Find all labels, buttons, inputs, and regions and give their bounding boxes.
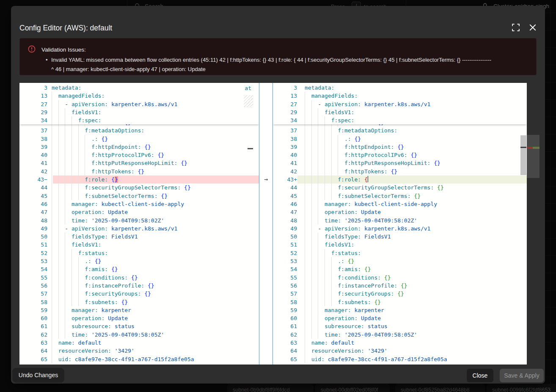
code-line[interactable]: 65uid: c8afe97e-38cc-4f91-a767-d15f2a8fe… xyxy=(273,355,527,363)
save-apply-button[interactable]: Save & Apply xyxy=(500,369,544,382)
code-line[interactable]: 49- apiVersion: karpenter.k8s.aws/v1 xyxy=(273,225,527,233)
indent-guides xyxy=(52,92,58,100)
code-line[interactable]: 45f:subnetSelectorTerms: {} xyxy=(19,192,259,200)
code-line[interactable]: 27- apiVersion: karpenter.k8s.aws/v1 xyxy=(273,100,527,108)
indent-guides xyxy=(305,167,344,175)
code-line[interactable]: 57f:securityGroups: {} xyxy=(273,290,527,298)
code-line[interactable]: 63name: default xyxy=(273,339,527,347)
code-line[interactable]: 53.: {} xyxy=(19,257,259,265)
line-number: 61 xyxy=(19,322,47,330)
code-line[interactable]: 34f:spec: xyxy=(273,116,527,124)
code-line[interactable]: 34f:spec: xyxy=(19,116,259,124)
close-icon[interactable] xyxy=(529,24,537,32)
code-line[interactable]: 47operation: Update xyxy=(19,208,259,216)
code-line[interactable]: 44f:securityGroupSelectorTerms: {} xyxy=(273,184,527,192)
line-number: 39 xyxy=(19,143,47,151)
line-number: 64 xyxy=(273,347,297,355)
close-button[interactable]: Close xyxy=(467,369,493,382)
code-line[interactable]: 46manager: kubectl-client-side-apply xyxy=(273,200,527,208)
code-line[interactable]: 66spec: xyxy=(19,363,259,365)
code-line[interactable]: 53.: {} xyxy=(273,257,527,265)
code-line[interactable]: 50fieldsType: FieldsV1 xyxy=(19,233,259,241)
indent-guides xyxy=(305,347,311,355)
code-line[interactable]: 43+f:role: { xyxy=(273,175,527,184)
code-line[interactable]: 56f:instanceProfile: {} xyxy=(19,282,259,290)
code-line[interactable]: 66spec: xyxy=(273,363,527,365)
code-line[interactable]: 60operation: Update xyxy=(19,314,259,322)
code-line[interactable]: 62time: '2025-09-04T09:58:05Z' xyxy=(273,331,527,339)
code-line[interactable]: 65uid: c8afe97e-38cc-4f91-a767-d15f2a8fe… xyxy=(19,355,259,363)
code-line[interactable]: 37f:metadataOptions: xyxy=(19,126,259,134)
code-line[interactable]: 13managedFields: xyxy=(273,92,527,100)
code-line[interactable]: 54f:amis: {} xyxy=(19,265,259,273)
line-number: 37 xyxy=(19,126,47,134)
code-line[interactable]: 40f:httpProtocolIPv6: {} xyxy=(19,151,259,159)
modified-editor-pane[interactable]: {}37f:metadataOptions:38.: {}39f:httpEnd… xyxy=(273,83,527,365)
code-line[interactable]: 45f:subnetSelectorTerms: {} xyxy=(273,192,527,200)
fullscreen-icon[interactable] xyxy=(512,24,520,32)
code-line[interactable]: 60operation: Update xyxy=(273,314,527,322)
code-line[interactable]: 46manager: kubectl-client-side-apply xyxy=(19,200,259,208)
code-line[interactable]: 13managedFields: xyxy=(19,92,259,100)
indent-guides xyxy=(52,322,72,330)
indent-guides xyxy=(52,331,72,339)
code-line[interactable]: 52f:status: xyxy=(273,249,527,257)
code-line[interactable]: 58f:subnets: {} xyxy=(19,298,259,306)
undo-changes-button[interactable]: Undo Changes xyxy=(12,368,64,383)
code-line[interactable]: 44f:securityGroupSelectorTerms: {} xyxy=(19,184,259,192)
code-line[interactable]: 61subresource: status xyxy=(19,322,259,330)
code-line[interactable]: 54f:amis: {} xyxy=(273,265,527,273)
line-number: 51 xyxy=(273,241,297,249)
code-line[interactable]: 64resourceVersion: '3429' xyxy=(273,347,527,355)
code-line[interactable]: 62time: '2025-09-04T09:58:05Z' xyxy=(19,331,259,339)
code-line[interactable]: 38.: {} xyxy=(273,135,527,143)
code-line[interactable]: 61subresource: status xyxy=(273,322,527,330)
code-line[interactable]: 63name: default xyxy=(19,339,259,347)
code-line[interactable]: 48time: '2025-09-04T09:58:02Z' xyxy=(273,217,527,225)
code-line[interactable]: 41f:httpPutResponseHopLimit: {} xyxy=(19,159,259,167)
indent-guides xyxy=(305,331,325,339)
overview-ruler[interactable] xyxy=(527,135,539,178)
code-line[interactable]: 51fieldsV1: xyxy=(273,241,527,249)
line-number: 55 xyxy=(19,274,47,282)
code-line[interactable]: 47operation: Update xyxy=(273,208,527,216)
code-line[interactable]: 40f:httpProtocolIPv6: {} xyxy=(273,151,527,159)
diff-filler-hatch xyxy=(244,95,253,107)
code-line[interactable]: 48time: '2025-09-04T09:58:02Z' xyxy=(19,217,259,225)
code-line[interactable]: 39f:httpEndpoint: {} xyxy=(273,143,527,151)
code-line[interactable]: 3metadata: xyxy=(19,84,259,92)
code-line[interactable]: 50fieldsType: FieldsV1 xyxy=(273,233,527,241)
code-line[interactable]: 41f:httpPutResponseHopLimit: {} xyxy=(273,159,527,167)
original-editor-pane[interactable]: {}37f:metadataOptions:38.: {}39f:httpEnd… xyxy=(19,83,259,365)
indent-guides xyxy=(52,200,72,208)
code-line[interactable]: 42f:httpTokens: {} xyxy=(19,167,259,175)
line-number: 27 xyxy=(19,100,47,108)
code-line[interactable]: 59manager: karpenter xyxy=(19,306,259,314)
scrollbar-thumb[interactable] xyxy=(520,135,526,175)
code-line[interactable]: 42f:httpTokens: {} xyxy=(273,167,527,175)
code-line[interactable]: 39f:httpEndpoint: {} xyxy=(19,143,259,151)
code-line[interactable]: 49- apiVersion: karpenter.k8s.aws/v1 xyxy=(19,225,259,233)
code-line[interactable]: 52f:status: xyxy=(19,249,259,257)
code-line[interactable]: 55f:conditions: {} xyxy=(273,274,527,282)
line-number: 42 xyxy=(273,167,297,175)
code-line[interactable]: 64resourceVersion: '3429' xyxy=(19,347,259,355)
code-line[interactable]: 56f:instanceProfile: {} xyxy=(273,282,527,290)
code-line[interactable]: 27- apiVersion: karpenter.k8s.aws/v1 xyxy=(19,100,259,108)
code-line[interactable]: 51fieldsV1: xyxy=(19,241,259,249)
code-line[interactable]: 55f:conditions: {} xyxy=(19,274,259,282)
line-number: 60 xyxy=(19,314,47,322)
code-line[interactable]: 29fieldsV1: xyxy=(19,108,259,116)
revert-change-arrow-icon[interactable]: → xyxy=(259,175,272,184)
code-line[interactable]: 59manager: karpenter xyxy=(273,306,527,314)
code-line[interactable]: 38.: {} xyxy=(19,135,259,143)
code-line[interactable]: 43−f:role: {} xyxy=(19,175,259,184)
code-line[interactable]: 37f:metadataOptions: xyxy=(273,126,527,134)
code-line[interactable]: 29fieldsV1: xyxy=(273,108,527,116)
code-line[interactable]: 57f:securityGroups: {} xyxy=(19,290,259,298)
code-line[interactable]: 3metadata: xyxy=(273,84,527,92)
indent-guides xyxy=(305,208,325,216)
line-number: 58 xyxy=(273,298,297,306)
indent-guides xyxy=(52,282,85,290)
code-line[interactable]: 58f:subnets: {} xyxy=(273,298,527,306)
